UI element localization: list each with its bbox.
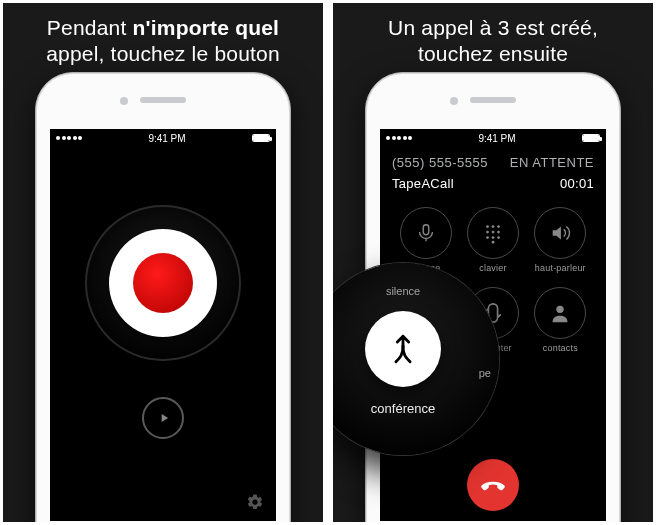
status-time: 9:41 PM (148, 133, 185, 144)
zoom-silence-label: silence (386, 285, 420, 297)
status-bar: 9:41 PM (380, 129, 606, 145)
caption-bold: n'importe quel (133, 16, 280, 39)
battery-icon (582, 134, 600, 142)
caller-name: TapeACall (392, 176, 454, 191)
mute-icon (415, 222, 437, 244)
phone-screen: 9:41 PM (50, 129, 276, 521)
contacts-icon (549, 302, 571, 324)
svg-point-6 (497, 231, 500, 234)
hangup-icon (480, 472, 506, 498)
call-timer: 00:01 (560, 176, 594, 191)
front-camera (450, 97, 458, 105)
record-ring (109, 229, 217, 337)
signal-dots-icon (386, 136, 412, 140)
play-icon (157, 411, 171, 425)
caption-text: Pendant (47, 16, 133, 39)
keypad-label: clavier (479, 263, 506, 273)
svg-rect-0 (423, 225, 429, 235)
speaker-button[interactable] (534, 207, 586, 259)
settings-button[interactable] (246, 493, 264, 511)
promo-panel-left: Pendant n'importe quel appel, touchez le… (3, 3, 323, 522)
call-status: EN ATTENTE (510, 155, 594, 170)
record-button[interactable] (85, 205, 241, 361)
end-call-button[interactable] (467, 459, 519, 511)
svg-point-1 (486, 225, 489, 228)
status-bar: 9:41 PM (50, 129, 276, 145)
battery-icon (252, 134, 270, 142)
signal-dots-icon (56, 136, 82, 140)
speaker-label: haut-parleur (535, 263, 586, 273)
svg-point-10 (492, 241, 495, 244)
svg-point-8 (492, 236, 495, 239)
phone-frame: 9:41 PM (35, 72, 291, 522)
record-dot-icon (133, 253, 193, 313)
keypad-icon (482, 222, 504, 244)
caller-number: (555) 555-5555 (392, 155, 488, 170)
conference-button[interactable] (365, 311, 441, 387)
svg-point-3 (497, 225, 500, 228)
contacts-label: contacts (543, 343, 578, 353)
speaker-icon (549, 222, 571, 244)
mute-button[interactable] (400, 207, 452, 259)
call-header: (555) 555-5555 EN ATTENTE TapeACall 00:0… (380, 145, 606, 195)
status-time: 9:41 PM (478, 133, 515, 144)
promo-panel-right: Un appel à 3 est créé, touchez ensuite c… (333, 3, 653, 522)
keypad-button[interactable] (467, 207, 519, 259)
svg-point-11 (557, 306, 564, 313)
svg-point-7 (486, 236, 489, 239)
contacts-button[interactable] (534, 287, 586, 339)
phone-earpiece (140, 97, 186, 103)
phone-earpiece (470, 97, 516, 103)
svg-point-9 (497, 236, 500, 239)
svg-point-2 (492, 225, 495, 228)
svg-point-4 (486, 231, 489, 234)
gear-icon (246, 493, 264, 511)
caption-text: Un appel à 3 est créé, touchez ensuite (388, 16, 598, 65)
conference-label: conférence (371, 401, 435, 416)
merge-icon (386, 332, 420, 366)
front-camera (120, 97, 128, 105)
svg-point-5 (492, 231, 495, 234)
zoom-partial-label: pe (479, 367, 491, 379)
play-button[interactable] (142, 397, 184, 439)
